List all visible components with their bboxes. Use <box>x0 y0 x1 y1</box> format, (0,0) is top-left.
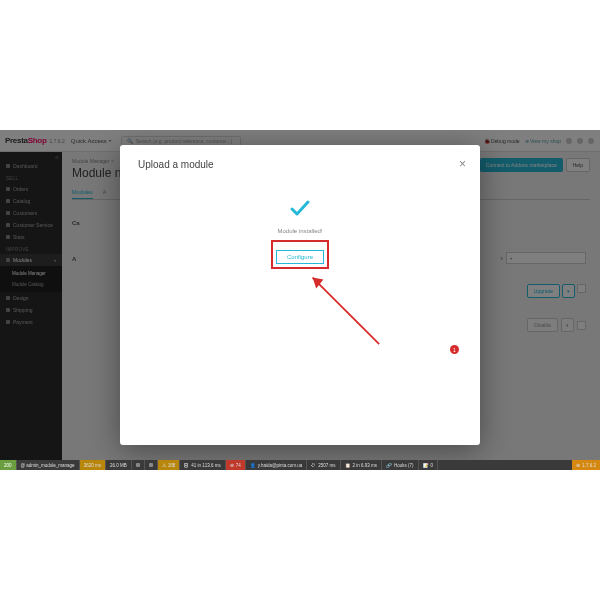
debug-forms-icon[interactable] <box>132 460 145 470</box>
debug-twig-icon[interactable] <box>145 460 158 470</box>
debug-t4[interactable]: 📋 2 in 6.93 ms <box>341 460 383 470</box>
configure-highlight: Configure <box>271 240 329 269</box>
debug-version[interactable]: ⊕ 1.7.6.2 <box>572 460 600 470</box>
debug-route[interactable]: @ admin_module_manage <box>17 460 80 470</box>
debug-memory[interactable]: 26.0 MB <box>106 460 132 470</box>
app-window: PrestaShop 1.7.6.2 Quick Access ▾ 🔍Searc… <box>0 130 600 470</box>
debug-errors[interactable]: ⊗ 74 <box>226 460 246 470</box>
debug-status-code[interactable]: 200 <box>0 460 17 470</box>
annotation-marker: 1 <box>450 345 459 354</box>
debug-hooks[interactable]: 🔗 Hooks (7) <box>382 460 419 470</box>
svg-line-0 <box>313 278 380 345</box>
debug-time[interactable]: 3620 ms <box>80 460 106 470</box>
modal-message: Module installed! <box>277 228 322 234</box>
debug-logs[interactable]: 📝 0 <box>419 460 439 470</box>
modal-title: Upload a module <box>138 159 462 170</box>
debug-queries[interactable]: ⚠ 188 <box>158 460 181 470</box>
checkmark-icon <box>288 196 312 220</box>
upload-module-modal: Upload a module × Module installed! Conf… <box>120 145 480 445</box>
svg-marker-1 <box>313 278 324 289</box>
annotation-arrow <box>300 265 390 355</box>
configure-button[interactable]: Configure <box>276 250 324 264</box>
debug-db-time[interactable]: 🗄 41 in 113.6 ms <box>180 460 226 470</box>
debug-user[interactable]: 👤 y.haida@pinta.com.ua <box>246 460 308 470</box>
close-icon[interactable]: × <box>459 157 466 171</box>
debug-t3[interactable]: ⏱ 2507 ms <box>307 460 340 470</box>
debug-toolbar: 200 @ admin_module_manage 3620 ms 26.0 M… <box>0 460 600 470</box>
